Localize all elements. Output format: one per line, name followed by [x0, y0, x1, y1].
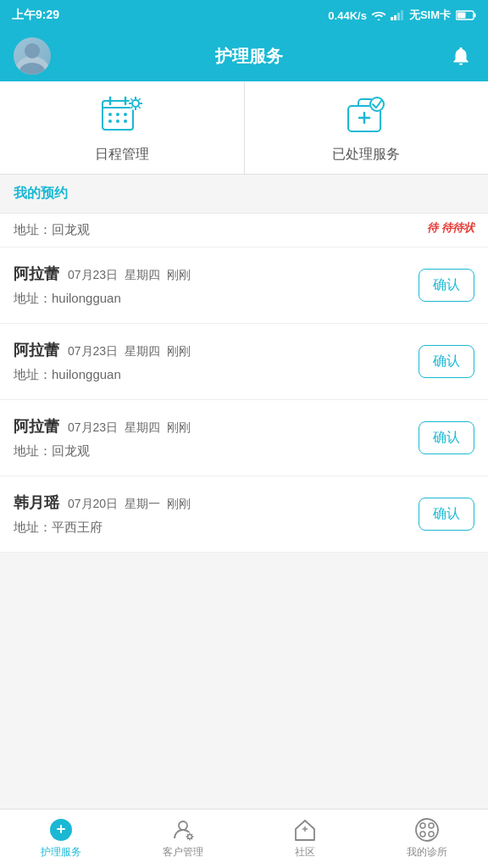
appointment-date-4: 07月20日 星期一 刚刚 [68, 497, 191, 512]
appointment-name-3: 阿拉蕾 [14, 416, 59, 437]
status-bar: 上午9:29 0.44K/s 无SIM卡 [0, 0, 488, 31]
appointment-address-3: 地址：回龙观 [14, 443, 419, 459]
wifi-icon [372, 10, 385, 20]
svg-line-43 [187, 834, 188, 835]
svg-point-8 [25, 43, 40, 58]
svg-point-18 [116, 120, 119, 123]
battery-icon [456, 10, 476, 20]
appointment-name-row-1: 阿拉蕾 07月23日 星期四 刚刚 [14, 264, 419, 284]
status-icons: 0.44K/s 无SIM卡 [328, 8, 476, 23]
time-display: 上午9:29 [12, 8, 59, 23]
svg-line-46 [187, 838, 188, 839]
schedule-menu-item[interactable]: 日程管理 [0, 81, 245, 174]
confirm-button-4[interactable]: 确认 [419, 498, 474, 531]
clients-icon [171, 818, 195, 842]
appointment-date-1: 07月23日 星期四 刚刚 [68, 268, 191, 283]
network-speed: 0.44K/s [328, 9, 367, 22]
appointment-name-row-2: 阿拉蕾 07月23日 星期四 刚刚 [14, 340, 419, 360]
svg-point-36 [179, 821, 187, 830]
svg-point-51 [429, 823, 434, 828]
svg-rect-3 [401, 10, 403, 20]
appointment-name-1: 阿拉蕾 [14, 264, 59, 284]
appointment-address-4: 地址：平西王府 [14, 520, 419, 536]
svg-point-19 [124, 120, 127, 123]
appointment-item-2: 阿拉蕾 07月23日 星期四 刚刚 地址：huilongguan 确认 [0, 324, 488, 400]
svg-line-45 [191, 834, 192, 835]
appointment-address-1: 地址：huilongguan [14, 291, 419, 307]
svg-point-15 [116, 113, 119, 116]
svg-point-52 [420, 832, 425, 837]
schedule-icon [98, 92, 146, 139]
schedule-label: 日程管理 [95, 146, 149, 164]
appointment-info-1: 阿拉蕾 07月23日 星期四 刚刚 地址：huilongguan [14, 264, 419, 307]
notification-bell[interactable] [447, 42, 474, 70]
svg-rect-0 [391, 17, 393, 20]
nursing-icon [49, 818, 73, 842]
svg-point-53 [429, 832, 434, 837]
nursing-label: 护理服务 [41, 845, 81, 860]
signal-icon [391, 10, 404, 20]
appointment-name-row-4: 韩月瑶 07月20日 星期一 刚刚 [14, 492, 419, 513]
processed-icon [342, 92, 390, 139]
community-icon [293, 818, 317, 842]
appointment-item: 阿拉蕾 07月23日 星期四 刚刚 地址：huilongguan 确认 [0, 248, 488, 324]
appointment-name-2: 阿拉蕾 [14, 340, 59, 360]
svg-point-16 [124, 113, 127, 116]
appointment-date-3: 07月23日 星期四 刚刚 [68, 420, 191, 436]
community-label: 社区 [295, 845, 315, 860]
svg-rect-2 [397, 13, 400, 20]
appointment-info-3: 阿拉蕾 07月23日 星期四 刚刚 地址：回龙观 [14, 416, 419, 459]
processed-menu-item[interactable]: 已处理服务 [245, 81, 489, 174]
svg-point-49 [416, 819, 438, 841]
svg-point-50 [420, 823, 425, 828]
appointment-item-3: 阿拉蕾 07月23日 星期四 刚刚 地址：回龙观 确认 [0, 400, 488, 476]
avatar[interactable] [14, 37, 51, 75]
svg-point-17 [108, 120, 112, 123]
svg-rect-1 [394, 15, 396, 20]
nav-item-nursing[interactable]: 护理服务 [0, 810, 122, 868]
clients-label: 客户管理 [163, 845, 203, 860]
nav-item-clinic[interactable]: 我的诊所 [366, 810, 488, 868]
appointment-item-partial: 地址：回龙观 待 待待状 [0, 214, 488, 248]
my-appointments-section: 我的预约 [0, 175, 488, 214]
processed-label: 已处理服务 [332, 146, 400, 164]
clinic-label: 我的诊所 [407, 845, 447, 860]
appointment-list: 地址：回龙观 待 待待状 阿拉蕾 07月23日 星期四 刚刚 地址：huilon… [0, 214, 488, 553]
confirm-button-2[interactable]: 确认 [419, 345, 474, 378]
section-title: 我的预约 [14, 186, 68, 200]
appointment-name-row-3: 阿拉蕾 07月23日 星期四 刚刚 [14, 416, 419, 437]
appointment-date-2: 07月23日 星期四 刚刚 [68, 344, 191, 359]
confirm-button-1[interactable]: 确认 [419, 269, 474, 302]
confirm-button-3[interactable]: 确认 [419, 421, 474, 454]
appointment-partial-status: 待 待待状 [427, 220, 474, 236]
nav-item-clients[interactable]: 客户管理 [122, 810, 244, 868]
appointment-item-4: 韩月瑶 07月20日 星期一 刚刚 地址：平西王府 确认 [0, 476, 488, 553]
svg-rect-6 [458, 13, 466, 19]
appointment-address-2: 地址：huilongguan [14, 367, 419, 383]
nav-item-community[interactable]: 社区 [244, 810, 366, 868]
header-title: 护理服务 [51, 45, 447, 68]
quick-menu: 日程管理 已处理服务 [0, 81, 488, 175]
app-header: 护理服务 [0, 31, 488, 81]
appointment-info-4: 韩月瑶 07月20日 星期一 刚刚 地址：平西王府 [14, 492, 419, 536]
svg-line-44 [191, 838, 192, 839]
appointment-info-2: 阿拉蕾 07月23日 星期四 刚刚 地址：huilongguan [14, 340, 419, 383]
sim-text: 无SIM卡 [409, 8, 451, 23]
bottom-nav: 护理服务 客户管理 [0, 809, 488, 868]
appointment-name-4: 韩月瑶 [14, 492, 59, 513]
svg-point-14 [108, 113, 112, 116]
appointment-partial-address: 地址：回龙观 [14, 222, 90, 236]
clinic-icon [415, 818, 439, 842]
svg-rect-5 [474, 14, 476, 18]
